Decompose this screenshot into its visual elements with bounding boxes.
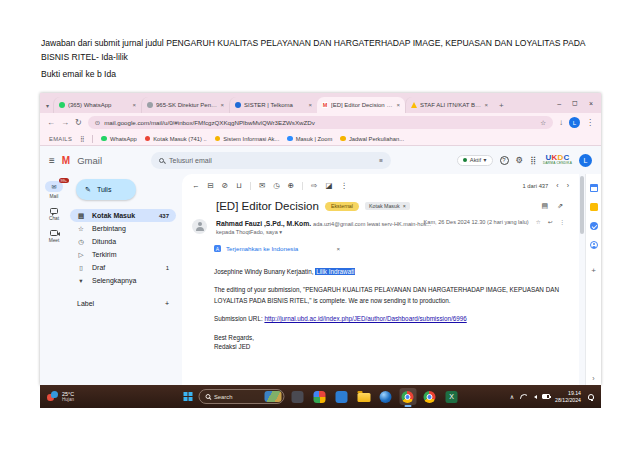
move-to-icon[interactable]: ⇨ xyxy=(311,181,317,190)
older-email-button[interactable]: › xyxy=(567,182,569,189)
new-tab-button[interactable]: + xyxy=(499,101,504,110)
close-window-button[interactable]: × xyxy=(589,100,593,107)
close-icon[interactable]: × xyxy=(397,102,401,108)
clock[interactable]: 19.14 28/12/2024 xyxy=(555,390,581,403)
submission-url-link[interactable]: http://jurnal.ubd.ac.id/index.php/JED/au… xyxy=(264,315,466,322)
bookmark-whatsapp[interactable]: WhatsApp xyxy=(101,136,136,142)
show-details-icon[interactable]: ▾ xyxy=(279,229,282,235)
url-text[interactable]: mail.google.com/mail/u/0/#inbox/FMfcgzQX… xyxy=(104,119,536,126)
taskbar-app-chrome-active[interactable] xyxy=(399,388,416,405)
add-label-button[interactable]: + xyxy=(165,300,169,307)
tab-whatsapp[interactable]: (365) WhatsApp × xyxy=(53,97,141,113)
minimize-button[interactable]: – xyxy=(557,100,561,107)
browser-menu-icon[interactable]: ⋮ xyxy=(586,118,594,127)
rail-item-meet[interactable]: Meet xyxy=(49,230,60,243)
back-to-inbox-button[interactable]: ← xyxy=(192,181,200,190)
wifi-icon[interactable] xyxy=(519,394,527,399)
google-apps-grid-icon[interactable]: ⣿ xyxy=(530,156,536,165)
scrollbar-thumb[interactable] xyxy=(580,176,584,234)
search-options-icon[interactable]: ≡ xyxy=(379,157,383,164)
mark-unread-icon[interactable]: ✉ xyxy=(259,181,265,190)
help-icon[interactable]: ? xyxy=(500,156,509,165)
site-info-icon[interactable]: ⊙ xyxy=(95,119,100,127)
compose-button[interactable]: ✎ Tulis xyxy=(76,179,136,200)
nav-item-sent[interactable]: ▷ Terkirim xyxy=(70,248,176,261)
more-options-icon[interactable]: ⋮ xyxy=(559,219,565,225)
contacts-icon[interactable] xyxy=(590,241,598,249)
weather-widget[interactable]: 25°C Hujan xyxy=(47,391,74,402)
translate-link[interactable]: Terjemahkan ke Indonesia xyxy=(226,245,298,252)
maximize-button[interactable]: ◻ xyxy=(572,99,578,107)
notifications-bell-icon[interactable] xyxy=(588,394,594,400)
taskbar-app-photos[interactable] xyxy=(311,388,328,405)
tab-sk-direktur[interactable]: 965-SK Direktur Pengu × xyxy=(141,97,229,113)
downloads-icon[interactable]: ↓ xyxy=(559,118,563,127)
reply-icon[interactable]: ↩ xyxy=(548,219,553,225)
tasks-icon[interactable] xyxy=(590,222,598,230)
report-spam-icon[interactable]: ⊘ xyxy=(222,181,228,190)
print-icon[interactable]: ▤ xyxy=(542,202,549,210)
gmail-search-input[interactable]: Telusuri email ≡ xyxy=(151,152,391,169)
bookmark-star-icon[interactable]: ☆ xyxy=(540,119,546,127)
gmail-profile-avatar[interactable]: L xyxy=(579,154,592,167)
bookmark-jadwal[interactable]: Jadwal Perkuliahan... xyxy=(340,136,404,142)
close-icon[interactable]: × xyxy=(221,102,225,108)
close-icon[interactable]: × xyxy=(133,102,137,108)
taskbar-app-explorer[interactable] xyxy=(355,388,372,405)
address-bar[interactable]: ⊙ mail.google.com/mail/u/0/#inbox/FMfcgz… xyxy=(88,116,553,129)
back-button[interactable]: ← xyxy=(47,118,55,127)
reload-button[interactable]: ↻ xyxy=(75,118,82,127)
status-chip[interactable]: Aktif ▾ xyxy=(457,155,492,166)
nav-item-inbox[interactable]: ▤ Kotak Masuk 437 xyxy=(70,209,176,222)
taskbar-app-widgets[interactable] xyxy=(289,388,306,405)
snooze-icon[interactable]: ◷ xyxy=(273,181,280,190)
inbox-label-chip[interactable]: Kotak Masuk × xyxy=(365,202,410,210)
forward-button[interactable]: → xyxy=(61,118,69,127)
start-button[interactable] xyxy=(183,392,187,396)
recipients-line[interactable]: kepada ThoqtFado, saya ▾ xyxy=(216,229,415,237)
bookmarks-folder-label[interactable]: EMAILS xyxy=(49,136,72,142)
close-icon[interactable]: × xyxy=(485,102,489,108)
taskbar-app-edge[interactable] xyxy=(377,388,394,405)
gear-icon[interactable]: ⚙ xyxy=(516,155,524,165)
newer-email-button[interactable]: ‹ xyxy=(556,182,558,189)
calendar-icon[interactable] xyxy=(590,184,598,192)
rail-item-chat[interactable]: Chat xyxy=(49,208,59,221)
sender-avatar[interactable] xyxy=(192,219,207,234)
tab-drive-doc[interactable]: STAF ALI ITN/KAT BAU × xyxy=(405,97,493,113)
tab-search-icon[interactable]: ▾ xyxy=(46,102,49,109)
tray-overflow-icon[interactable]: ∧ xyxy=(510,393,514,400)
keep-icon[interactable] xyxy=(590,203,598,211)
labels-icon[interactable]: ◪ xyxy=(325,181,332,190)
tab-editor-decision-active[interactable]: M [ED] Editor Decision - lili × xyxy=(317,97,405,113)
taskbar-app-blue[interactable] xyxy=(333,388,350,405)
battery-icon[interactable] xyxy=(542,394,550,399)
rail-item-mail[interactable]: ✉ 99+ Mail xyxy=(45,181,63,199)
tab-sister[interactable]: SISTER | Telkoma × xyxy=(229,97,317,113)
get-addons-button[interactable]: + xyxy=(591,266,596,275)
star-icon[interactable]: ☆ xyxy=(536,219,541,225)
more-options-icon[interactable]: ⋮ xyxy=(340,181,348,190)
add-to-tasks-icon[interactable]: ⊕ xyxy=(288,181,294,190)
taskbar-app-chrome2[interactable] xyxy=(421,388,438,405)
nav-item-starred[interactable]: ☆ Berbintang xyxy=(70,222,176,235)
volume-icon[interactable] xyxy=(532,395,537,399)
hamburger-menu-icon[interactable]: ≡ xyxy=(49,155,55,166)
bookmark-zoom[interactable]: Masuk | Zoom xyxy=(287,136,332,142)
open-in-new-icon[interactable]: ⇗ xyxy=(557,202,563,210)
apps-grid-icon[interactable]: ⣿ xyxy=(80,135,84,142)
bookmark-kotak-masuk[interactable]: Kotak Masuk (741) .. xyxy=(145,136,207,142)
delete-icon[interactable]: ⊔ xyxy=(236,181,242,190)
nav-item-drafts[interactable]: ▯ Draf 1 xyxy=(70,261,176,274)
browser-profile-avatar[interactable]: L xyxy=(569,117,580,128)
nav-item-snoozed[interactable]: ◷ Ditunda xyxy=(70,235,176,248)
archive-icon[interactable]: ⊟ xyxy=(208,181,214,190)
close-icon[interactable]: × xyxy=(309,102,313,108)
taskbar-app-excel[interactable]: X xyxy=(443,388,460,405)
nav-item-more[interactable]: ▾ Selengkapnya xyxy=(70,274,176,287)
dismiss-translate-icon[interactable]: × xyxy=(336,245,340,252)
taskbar-search[interactable]: Search xyxy=(198,389,284,404)
bookmark-sistem-informasi[interactable]: Sistem Informasi Ak... xyxy=(215,136,280,142)
expand-panel-icon[interactable]: › xyxy=(592,375,594,382)
remove-label-icon[interactable]: × xyxy=(403,203,406,209)
